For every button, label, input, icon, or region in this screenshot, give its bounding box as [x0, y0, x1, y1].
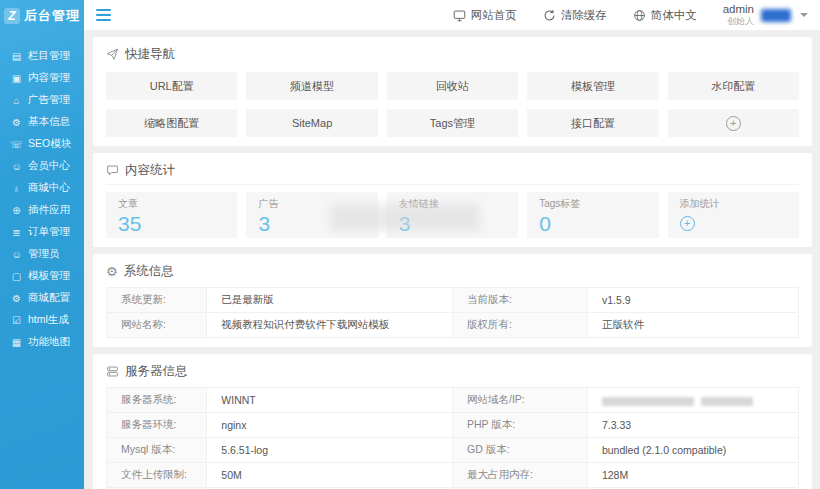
sidebar-item-templates[interactable]: ▢模板管理: [0, 265, 84, 287]
sidebar-item-label: 管理员: [28, 247, 60, 261]
gear-icon: ⚙: [106, 264, 118, 279]
monitor-icon: ▢: [10, 271, 23, 282]
quicknav-button-channel-model[interactable]: 频道模型: [246, 72, 377, 100]
quicknav-button-template-mgmt[interactable]: 模板管理: [527, 72, 658, 100]
sidebar-item-basic-info[interactable]: ⚙基本信息: [0, 111, 84, 133]
info-value: WINNT: [207, 388, 453, 413]
server-info-table: 服务器系统: WINNT 网站域名/IP: 服务器环境: nginx PHP 版…: [106, 387, 799, 489]
sidebar-item-plugins[interactable]: ⊕插件应用: [0, 199, 84, 221]
document-icon: ▣: [10, 73, 23, 84]
grid-icon: ▦: [10, 337, 23, 348]
gear-icon: ⚙: [10, 293, 23, 304]
section-title: 系统信息: [124, 263, 174, 280]
quick-nav-header: 快捷导航: [106, 43, 799, 68]
quicknav-button-watermark-config[interactable]: 水印配置: [668, 72, 799, 100]
redaction-block: [602, 397, 694, 406]
quicknav-button-recycle-bin[interactable]: 回收站: [387, 72, 518, 100]
sidebar-item-content[interactable]: ▣内容管理: [0, 67, 84, 89]
stat-label: 广告: [258, 197, 365, 211]
sidebar-item-html-generate[interactable]: ☑html生成: [0, 309, 84, 331]
sidebar-item-ads[interactable]: ⌂广告管理: [0, 89, 84, 111]
chevron-down-icon: [800, 13, 808, 17]
sidebar-item-mall-config[interactable]: ⚙商城配置: [0, 287, 84, 309]
stat-label: 文章: [118, 197, 225, 211]
list-icon: ≣: [10, 227, 23, 238]
stat-friend-links[interactable]: 友情链接 3: [387, 192, 518, 238]
table-row: 文件上传限制: 50M 最大占用内存: 128M: [107, 463, 799, 488]
info-value: 7.3.33: [587, 413, 798, 438]
logo-z-icon: Z: [4, 8, 20, 24]
quicknav-button-api-config[interactable]: 接口配置: [527, 109, 658, 137]
quicknav-button-sitemap[interactable]: SiteMap: [246, 109, 377, 137]
sidebar-nav: ▤栏目管理 ▣内容管理 ⌂广告管理 ⚙基本信息 ☏SEO模块 ☺会员中心 ♁商城…: [0, 45, 84, 353]
info-value: 5.6.51-log: [207, 438, 453, 463]
hamburger-menu-icon[interactable]: [92, 5, 115, 25]
stat-add[interactable]: 添加统计 +: [668, 192, 799, 238]
phone-icon: ☏: [10, 139, 23, 150]
topbar-link-language[interactable]: 简体中文: [633, 8, 697, 23]
user-role: 创始人: [723, 16, 754, 26]
stat-tags[interactable]: Tags标签 0: [527, 192, 658, 238]
sidebar-item-label: 插件应用: [28, 203, 70, 217]
server-info-header: 服务器信息: [106, 360, 799, 385]
info-value: 128M: [587, 463, 798, 488]
info-label: 服务器系统:: [107, 388, 207, 413]
app-logo[interactable]: Z 后台管理: [0, 0, 84, 31]
topbar: 网站首页 清除缓存 简体中文 admin 创始人: [84, 0, 820, 31]
topbar-link-clear-cache[interactable]: 清除缓存: [543, 8, 607, 23]
quicknav-button-thumbnail-config[interactable]: 缩略图配置: [106, 109, 237, 137]
section-title: 内容统计: [125, 162, 175, 179]
stat-value: +: [680, 212, 787, 231]
gear-icon: ⚙: [10, 117, 23, 128]
ad-icon: ⌂: [10, 95, 23, 106]
info-label: 文件上传限制:: [107, 463, 207, 488]
sidebar-item-label: 模板管理: [28, 269, 70, 283]
sidebar-item-feature-map[interactable]: ▦功能地图: [0, 331, 84, 353]
info-label: 服务器环境:: [107, 413, 207, 438]
stat-label: 友情链接: [399, 197, 506, 211]
sidebar-item-mall[interactable]: ♁商城中心: [0, 177, 84, 199]
sidebar-item-label: SEO模块: [28, 137, 71, 151]
content: 快捷导航 URL配置 频道模型 回收站 模板管理 水印配置 缩略图配置 Site…: [84, 31, 820, 489]
topbar-link-site-home[interactable]: 网站首页: [453, 8, 517, 23]
quicknav-button-url-config[interactable]: URL配置: [106, 72, 237, 100]
info-label: 最大占用内存:: [452, 463, 587, 488]
topbar-link-label: 网站首页: [471, 8, 517, 23]
stat-label: 添加统计: [680, 197, 787, 211]
user-menu[interactable]: admin 创始人: [723, 3, 808, 27]
quicknav-button-add[interactable]: +: [668, 109, 799, 137]
sidebar-item-label: 栏目管理: [28, 49, 70, 63]
info-value: bundled (2.1.0 compatible): [587, 438, 798, 463]
info-label: Mysql 版本:: [107, 438, 207, 463]
info-label: 系统更新:: [107, 288, 207, 313]
sidebar-item-columns[interactable]: ▤栏目管理: [0, 45, 84, 67]
sidebar-item-label: html生成: [28, 313, 69, 327]
content-stats-card: 内容统计 文章 35 广告 3 友情链接 3 Tags标签 0: [93, 153, 812, 247]
sidebar-item-members[interactable]: ☺会员中心: [0, 155, 84, 177]
sidebar-item-admins[interactable]: ☺管理员: [0, 243, 84, 265]
stat-grid: 文章 35 广告 3 友情链接 3 Tags标签 0 添加统计: [106, 192, 799, 238]
quicknav-button-tags-mgmt[interactable]: Tags管理: [387, 109, 518, 137]
sidebar-item-label: 订单管理: [28, 225, 70, 239]
sidebar-item-label: 功能地图: [28, 335, 70, 349]
table-row: 网站名称: 视频教程知识付费软件下载网站模板 版权所有: 正版软件: [107, 313, 799, 338]
sidebar-item-seo[interactable]: ☏SEO模块: [0, 133, 84, 155]
system-info-header: ⚙ 系统信息: [106, 260, 799, 285]
user-icon: ☺: [10, 161, 23, 172]
user-meta: admin 创始人: [723, 3, 754, 27]
stat-ads[interactable]: 广告 3: [246, 192, 377, 238]
system-info-card: ⚙ 系统信息 系统更新: 已是最新版 当前版本: v1.5.9 网站名称: 视频…: [93, 254, 812, 347]
quick-nav-grid: URL配置 频道模型 回收站 模板管理 水印配置 缩略图配置 SiteMap T…: [106, 72, 799, 137]
stat-articles[interactable]: 文章 35: [106, 192, 237, 238]
info-value: 视频教程知识付费软件下载网站模板: [207, 313, 453, 338]
info-label: 网站名称:: [107, 313, 207, 338]
avatar: [761, 9, 791, 22]
sidebar-item-label: 广告管理: [28, 93, 70, 107]
stat-value: 3: [258, 212, 365, 236]
main-area: 网站首页 清除缓存 简体中文 admin 创始人: [84, 0, 820, 489]
check-icon: ☑: [10, 315, 23, 326]
plus-circle-icon: +: [726, 116, 741, 131]
sidebar-item-label: 会员中心: [28, 159, 70, 173]
info-label: 版权所有:: [452, 313, 587, 338]
sidebar-item-orders[interactable]: ≣订单管理: [0, 221, 84, 243]
